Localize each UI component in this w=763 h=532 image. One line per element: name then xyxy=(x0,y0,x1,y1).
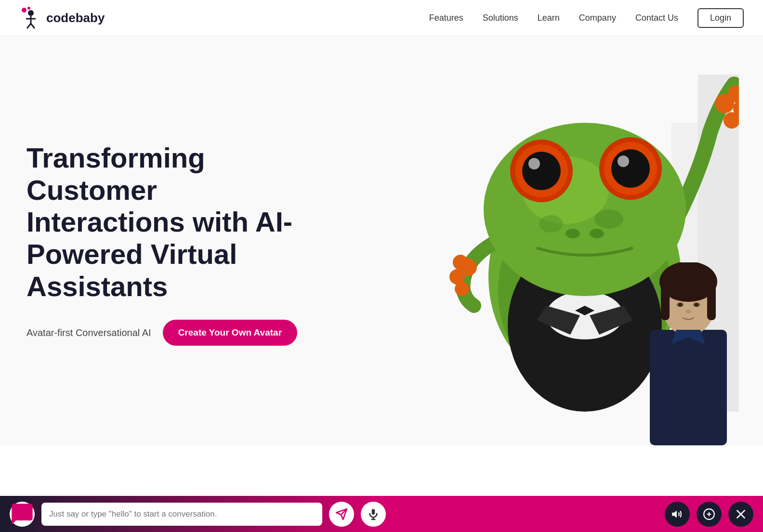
chat-input[interactable] xyxy=(41,503,322,526)
codebaby-logo-icon xyxy=(19,6,42,29)
nav-contact[interactable]: Contact Us xyxy=(635,13,678,23)
svg-point-42 xyxy=(590,229,604,238)
microphone-button[interactable] xyxy=(361,502,386,527)
header: codebaby Features Solutions Learn Compan… xyxy=(0,0,763,36)
svg-marker-57 xyxy=(672,510,677,518)
hero-section: Transforming Customer Interactions with … xyxy=(0,36,763,445)
svg-line-5 xyxy=(27,24,31,28)
nav-features[interactable]: Features xyxy=(429,13,463,23)
main-nav: Features Solutions Learn Company Contact… xyxy=(429,8,744,28)
microphone-icon xyxy=(367,508,380,520)
svg-point-1 xyxy=(27,7,30,10)
svg-point-0 xyxy=(22,8,26,13)
svg-point-36 xyxy=(528,158,540,169)
nav-company[interactable]: Company xyxy=(579,13,616,23)
svg-rect-47 xyxy=(661,282,670,320)
svg-point-32 xyxy=(539,215,563,233)
svg-point-18 xyxy=(453,255,468,270)
svg-point-53 xyxy=(685,310,691,313)
svg-point-39 xyxy=(611,149,650,188)
logo-text: codebaby xyxy=(46,11,105,26)
create-avatar-button[interactable]: Create Your Own Avatar xyxy=(163,320,297,346)
volume-button[interactable] xyxy=(697,502,722,527)
speaker-icon xyxy=(671,508,684,520)
send-button[interactable] xyxy=(329,502,354,527)
svg-point-35 xyxy=(522,152,561,190)
nav-learn[interactable]: Learn xyxy=(538,13,560,23)
svg-point-52 xyxy=(694,303,699,307)
svg-point-41 xyxy=(566,229,580,238)
svg-point-51 xyxy=(678,303,683,307)
send-icon xyxy=(335,508,348,520)
speaker-button[interactable] xyxy=(665,502,690,527)
nav-solutions[interactable]: Solutions xyxy=(483,13,518,23)
volume-icon xyxy=(703,508,715,520)
hero-title: Transforming Customer Interactions with … xyxy=(26,142,306,302)
chat-icon-button[interactable] xyxy=(10,502,35,527)
svg-point-40 xyxy=(618,156,629,167)
svg-rect-48 xyxy=(707,282,716,320)
svg-point-31 xyxy=(594,209,623,229)
svg-point-20 xyxy=(455,282,469,296)
logo[interactable]: codebaby xyxy=(19,6,105,29)
chat-bar xyxy=(0,496,763,532)
hero-subtitle: Avatar-first Conversational AI xyxy=(26,327,151,338)
message-icon xyxy=(10,502,35,527)
login-button[interactable]: Login xyxy=(697,8,744,28)
close-icon xyxy=(735,508,747,520)
svg-rect-54 xyxy=(372,509,375,515)
hero-content: Transforming Customer Interactions with … xyxy=(26,142,306,346)
close-button[interactable] xyxy=(728,502,753,527)
svg-point-2 xyxy=(28,10,34,16)
svg-line-6 xyxy=(31,24,35,28)
svg-rect-43 xyxy=(650,330,727,445)
human-avatar xyxy=(633,262,744,445)
